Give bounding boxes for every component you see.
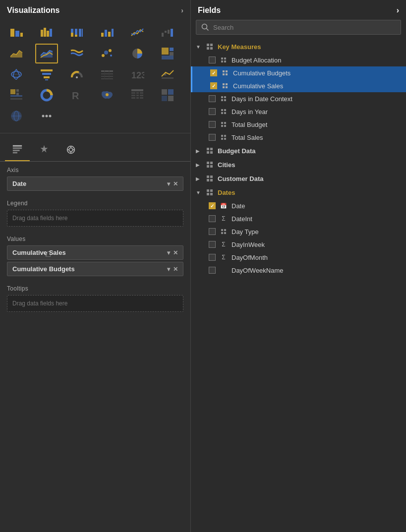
axis-chip-dropdown[interactable]: ▾ bbox=[167, 180, 170, 187]
viz-table[interactable] bbox=[96, 64, 118, 84]
viz-gauge[interactable] bbox=[65, 64, 88, 84]
tab-fields[interactable] bbox=[5, 139, 30, 161]
viz-stacked-bar[interactable] bbox=[5, 23, 28, 43]
axis-date-chip[interactable]: Date ▾ ✕ bbox=[7, 177, 183, 191]
axis-chip-remove[interactable]: ✕ bbox=[173, 180, 178, 187]
svg-rect-10 bbox=[75, 29, 77, 35]
svg-rect-65 bbox=[162, 89, 167, 95]
tooltips-dropzone[interactable]: Drag data fields here bbox=[7, 295, 183, 312]
field-total-sales[interactable]: Total Sales bbox=[191, 131, 406, 144]
cumulative-budgets-dropdown[interactable]: ▾ bbox=[167, 266, 170, 273]
search-icon bbox=[201, 23, 209, 31]
viz-shape-map[interactable] bbox=[156, 85, 179, 105]
viz-more[interactable] bbox=[35, 106, 58, 126]
days-in-date-context-icon bbox=[220, 95, 228, 103]
svg-rect-125 bbox=[207, 165, 209, 168]
axis-chip-controls: ▾ ✕ bbox=[167, 180, 178, 187]
viz-r-visual[interactable]: R bbox=[65, 85, 88, 105]
field-days-in-year[interactable]: Days in Year bbox=[191, 105, 406, 118]
field-date[interactable]: 📅 Date bbox=[191, 199, 406, 212]
legend-section: Legend Drag data fields here bbox=[0, 195, 190, 231]
day-in-week-checkbox[interactable] bbox=[209, 241, 216, 248]
viz-waterfall[interactable] bbox=[156, 23, 179, 43]
cumulative-sales-dropdown[interactable]: ▾ bbox=[167, 249, 170, 256]
svg-rect-26 bbox=[162, 48, 169, 55]
total-budget-checkbox[interactable] bbox=[209, 121, 216, 128]
cumulative-budgets-chip[interactable]: Cumulative Budgets ▾ ✕ bbox=[7, 262, 183, 276]
cumulative-sales-label: Cumulative Sales bbox=[12, 249, 66, 256]
viz-panel-chevron[interactable]: › bbox=[181, 6, 183, 14]
svg-rect-11 bbox=[79, 29, 81, 37]
day-type-checkbox[interactable] bbox=[209, 228, 216, 235]
tab-analytics[interactable] bbox=[58, 139, 83, 161]
tab-format[interactable] bbox=[32, 139, 57, 161]
svg-rect-102 bbox=[226, 86, 228, 88]
budget-allocation-checkbox[interactable] bbox=[209, 57, 216, 63]
field-total-budget[interactable]: Total Budget bbox=[191, 118, 406, 131]
search-input[interactable] bbox=[213, 24, 396, 31]
field-day-type[interactable]: Day Type bbox=[191, 225, 406, 238]
svg-rect-114 bbox=[224, 125, 226, 127]
cumulative-sales-remove[interactable]: ✕ bbox=[173, 249, 178, 256]
viz-donut[interactable] bbox=[35, 85, 58, 105]
viz-ribbon-chart[interactable] bbox=[65, 44, 88, 63]
cumulative-sales-chip[interactable]: Cumulative Sales ▾ ✕ bbox=[7, 245, 183, 260]
cumulative-budgets-remove[interactable]: ✕ bbox=[173, 266, 178, 273]
days-in-year-checkbox[interactable] bbox=[209, 108, 216, 115]
group-key-measures-header[interactable]: ▼ Key Measures bbox=[191, 40, 406, 54]
group-dates-header[interactable]: ▼ Dates bbox=[191, 185, 406, 199]
field-day-of-week-name[interactable]: DayOfWeekName bbox=[191, 264, 406, 277]
viz-funnel[interactable] bbox=[35, 64, 58, 84]
dateint-checkbox[interactable] bbox=[209, 215, 216, 222]
group-customer-data-header[interactable]: ▶ Customer Data bbox=[191, 172, 406, 185]
field-dateint[interactable]: Σ DateInt bbox=[191, 212, 406, 225]
customer-data-name: Customer Data bbox=[218, 175, 263, 182]
viz-treemap[interactable] bbox=[156, 44, 179, 63]
cumulative-sales-checkbox[interactable] bbox=[210, 82, 217, 89]
day-of-week-name-checkbox[interactable] bbox=[209, 267, 216, 274]
field-day-in-week[interactable]: Σ DayInWeek bbox=[191, 238, 406, 251]
viz-globe[interactable] bbox=[5, 106, 28, 126]
group-cities-header[interactable]: ▶ Cities bbox=[191, 158, 406, 172]
key-measures-icon bbox=[206, 43, 214, 51]
day-in-week-name: DayInWeek bbox=[232, 241, 265, 248]
cumulative-budgets-controls: ▾ ✕ bbox=[167, 266, 178, 273]
values-label: Values bbox=[7, 236, 183, 242]
viz-100-bar[interactable] bbox=[65, 23, 88, 43]
svg-rect-131 bbox=[207, 189, 209, 192]
viz-column-chart[interactable] bbox=[96, 23, 118, 43]
viz-clustered-bar[interactable] bbox=[35, 23, 58, 43]
legend-dropzone[interactable]: Drag data fields here bbox=[7, 210, 183, 227]
field-days-in-date-context[interactable]: Days in Date Context bbox=[191, 92, 406, 105]
viz-line-chart[interactable] bbox=[126, 23, 149, 43]
day-of-month-checkbox[interactable] bbox=[209, 254, 216, 261]
svg-rect-100 bbox=[226, 83, 228, 85]
budget-allocation-icon bbox=[220, 56, 228, 64]
field-cumulative-sales[interactable]: Cumulative Sales bbox=[191, 79, 406, 92]
date-checkbox[interactable] bbox=[209, 202, 216, 209]
viz-map[interactable] bbox=[5, 64, 28, 84]
viz-number-card[interactable]: 123 bbox=[126, 64, 149, 84]
svg-rect-109 bbox=[221, 112, 223, 114]
viz-kpi[interactable]: ▲ bbox=[156, 64, 179, 84]
viz-area-chart[interactable] bbox=[5, 44, 28, 63]
field-day-of-month[interactable]: Σ DayOfMonth bbox=[191, 251, 406, 264]
svg-rect-28 bbox=[170, 52, 174, 56]
viz-custom1[interactable] bbox=[5, 85, 28, 105]
viz-line-area-chart[interactable] bbox=[35, 44, 58, 63]
cumulative-budgets-checkbox[interactable] bbox=[210, 69, 217, 76]
viz-choropleth[interactable] bbox=[96, 85, 118, 105]
total-sales-checkbox[interactable] bbox=[209, 134, 216, 141]
day-of-month-name: DayOfMonth bbox=[232, 254, 268, 261]
viz-pie-chart[interactable] bbox=[126, 44, 149, 63]
fields-panel-chevron[interactable]: › bbox=[397, 6, 399, 15]
group-budget-data-header[interactable]: ▶ Budget Data bbox=[191, 144, 406, 158]
viz-scatter[interactable] bbox=[96, 44, 118, 63]
fields-search-bar[interactable] bbox=[196, 20, 401, 35]
viz-matrix[interactable] bbox=[126, 85, 149, 105]
days-in-date-context-checkbox[interactable] bbox=[209, 95, 216, 102]
field-cumulative-budgets[interactable]: Cumulative Budgets bbox=[191, 66, 406, 79]
values-section: Values Cumulative Sales ▾ ✕ ☞ Cumulative… bbox=[0, 231, 190, 280]
field-budget-allocation[interactable]: Budget Allocation bbox=[191, 54, 406, 66]
svg-point-80 bbox=[69, 148, 72, 151]
